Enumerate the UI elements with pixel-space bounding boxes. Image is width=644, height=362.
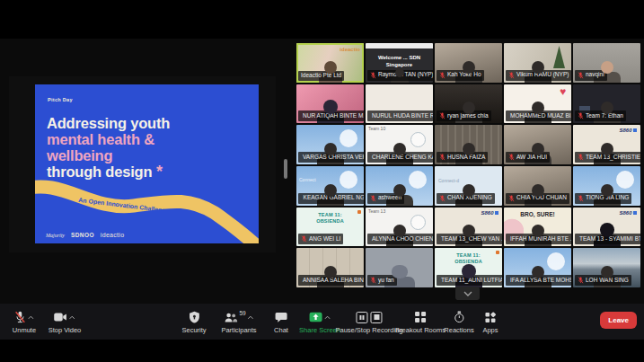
- toolbar-item-label: Reactions: [444, 326, 473, 334]
- tile-overlay-text: TEAM 11:OBSIENDA: [435, 252, 502, 265]
- mic-muted-icon: [301, 195, 302, 202]
- video-tile-yu-fan[interactable]: yu fan: [366, 248, 433, 287]
- shared-screen-scrollbar-thumb[interactable]: [284, 159, 287, 179]
- toolbar-chat-button[interactable]: Chat: [274, 311, 288, 334]
- toolbar-share-screen-button[interactable]: Share Screen: [299, 311, 340, 334]
- video-tile-charlene-cheng-ka[interactable]: Team 10CHARLENE CHENG KA...: [366, 125, 433, 164]
- toolbar-item-label: Unmute: [13, 326, 36, 334]
- participant-name-label: ryan james chia: [437, 110, 491, 121]
- mic-muted-icon: [370, 195, 376, 202]
- video-tile-team-13-chew-yan[interactable]: S860TEAM 13_CHEW YAN ...: [435, 207, 502, 247]
- video-tile-nurul-huda-binte-r[interactable]: NURUL HUDA BINTE R...: [366, 84, 433, 124]
- tile-overlay-text: BRO, SURE!: [504, 211, 571, 218]
- participant-name-label: Kah Yoke Ho: [437, 70, 484, 81]
- video-tile-team-7-ethan[interactable]: Team 7: Ethan: [573, 84, 640, 124]
- mic-muted-icon: [439, 112, 446, 119]
- video-tile-tiong-jia-ling[interactable]: TIONG JIA LING: [573, 166, 640, 206]
- slide-title-line: wellbeing: [47, 147, 170, 163]
- participant-name-label: CHAN XUENING: [437, 193, 495, 204]
- mic-muted-icon: [578, 154, 584, 161]
- video-tile-team-11-auni-lutfia[interactable]: TEAM 11:OBSIENDATEAM 11_AUNI LUTFIA...: [435, 248, 502, 287]
- video-tile-vikum-ramu-nyp[interactable]: Vikum RAMU (NYP): [504, 43, 571, 83]
- tile-corner-text: Connect-d: [438, 179, 459, 183]
- participant-name-label: VARGAS CHRISTA VER...: [298, 152, 364, 163]
- tile-logo: S860: [481, 210, 498, 216]
- mic-muted-icon: [578, 72, 584, 79]
- video-tile-kah-yoke-ho[interactable]: Kah Yoke Ho: [435, 43, 502, 83]
- video-tile-ifa-allysa-bte-mohs[interactable]: IFA ALLYSA BTE MOHS...: [504, 248, 571, 287]
- mic-muted-icon: [14, 311, 26, 323]
- chevron-down-icon: [463, 291, 472, 296]
- tile-logo: S860: [619, 210, 637, 216]
- video-tile-chan-xuening[interactable]: Connect-dCHAN XUENING: [435, 166, 502, 206]
- tile-corner-text: Team 10: [368, 127, 385, 131]
- video-tile-nur-atiqah-binte-m[interactable]: NUR ATIQAH BINTE M...: [296, 84, 364, 124]
- meeting-toolbar: Leave UnmuteStop VideoSecurity59Particip…: [0, 304, 644, 340]
- toolbar-item-label: Stop Video: [49, 326, 82, 334]
- video-tile-annisaa-saleha-bin[interactable]: ANNISAA SALEHA BIN...: [296, 248, 364, 287]
- video-tile-ang-wei-li[interactable]: TEAM 11:OBSIENDAANG WEI LI: [296, 207, 364, 247]
- video-tile-raymond-tan-nyp[interactable]: Welcome ... SDNSingaporeRaymond TAN (NYP…: [366, 43, 433, 83]
- participant-name-label: AW JIA HUI: [506, 152, 550, 163]
- participants-count-badge: 59: [239, 310, 245, 316]
- toolbar-apps-button[interactable]: Apps: [482, 311, 498, 334]
- mic-muted-icon: [370, 277, 376, 284]
- participant-name-label: TIONG JIA LING: [575, 193, 631, 204]
- video-tile-team-13-christie[interactable]: S860TEAM 13_CHRISTIE: [573, 125, 640, 164]
- video-tile-aw-jia-hui[interactable]: AW JIA HUI: [504, 125, 571, 164]
- mic-muted-icon: [508, 72, 515, 79]
- gallery-next-page-button[interactable]: [455, 287, 480, 300]
- video-tile-loh-wan-sing[interactable]: LOH WAN SING: [573, 248, 640, 287]
- slide-title: Addressing youthmental health &wellbeing…: [47, 115, 170, 180]
- toolbar-item-label: Chat: [274, 326, 288, 334]
- pause-stop-recording-icon: [357, 312, 383, 323]
- participant-name-label: IFFAH MUNIRAH BTE ...: [506, 234, 571, 244]
- participant-name-label: Team 7: Ethan: [575, 110, 626, 121]
- video-tile-navqini[interactable]: navqini: [573, 43, 640, 83]
- video-tile-ashween[interactable]: ashween: [366, 166, 433, 206]
- video-tile-iffah-munirah-bte[interactable]: BRO, SURE!IFFAH MUNIRAH BTE ...: [504, 207, 571, 247]
- video-tile-chia-you-chuan[interactable]: CHIA YOU CHUAN: [504, 166, 571, 206]
- toolbar-unmute-button[interactable]: Unmute: [13, 311, 36, 334]
- chevron-up-icon: [28, 315, 34, 320]
- video-tile-alynna-choo-chien[interactable]: Team 13ALYNNA CHOO CHIEN...: [366, 207, 433, 247]
- video-tile-keagan-gabriel-ng[interactable]: ConnectKEAGAN GABRIEL NG: [296, 166, 364, 206]
- video-tile-team-13-syamimi-bt[interactable]: S860TEAM 13 - SYAMIMI BT...: [573, 207, 640, 247]
- mic-muted-icon: [578, 195, 584, 202]
- participant-name-label: NURUL HUDA BINTE R...: [367, 110, 433, 121]
- participants-icon: [224, 312, 237, 323]
- toolbar-pause-stop-recording-button[interactable]: Pause/Stop Recording: [335, 311, 402, 334]
- mic-muted-icon: [508, 195, 515, 202]
- toolbar-item-label: Apps: [482, 326, 498, 334]
- toolbar-item-label: Share Screen: [299, 326, 340, 334]
- video-tile-husna-faiza[interactable]: HUSNA FAIZA: [435, 125, 502, 164]
- tile-corner-text: Connect: [299, 178, 316, 182]
- apps-icon: [484, 312, 496, 323]
- participant-name-label: CHIA YOU CHUAN: [506, 193, 569, 204]
- participant-name-label: TEAM 13_CHEW YAN ...: [437, 234, 502, 244]
- video-tile-mohammed-muaz-bi[interactable]: MOHAMMED MUAZ BI...: [504, 84, 571, 124]
- slide-kicker: Pitch Day: [48, 97, 73, 102]
- video-tile-vargas-christa-ver[interactable]: VARGAS CHRISTA VER...: [296, 125, 364, 164]
- toolbar-item-label: Security: [181, 326, 206, 334]
- video-tile-ryan-james-chia[interactable]: ryan james chia: [435, 84, 502, 124]
- video-tile-ideactio-pte-ltd[interactable]: ideactioIdeactio Pte Ltd: [296, 43, 364, 83]
- shield-icon: [188, 311, 200, 323]
- leave-button[interactable]: Leave: [600, 312, 637, 329]
- slide-title-line: Addressing youth: [47, 115, 170, 131]
- breakout-rooms-icon: [415, 312, 426, 322]
- participant-name-label: Vikum RAMU (NYP): [506, 70, 571, 81]
- toolbar-breakout-rooms-button[interactable]: Breakout Rooms: [395, 311, 446, 334]
- chat-icon: [275, 312, 287, 323]
- mic-muted-icon: [439, 195, 446, 202]
- tile-corner-text: ideactio: [340, 47, 360, 52]
- participant-name-label: yu fan: [367, 275, 397, 286]
- presentation-slide: Pitch Day Addressing youthmental health …: [35, 84, 259, 243]
- toolbar-stop-video-button[interactable]: Stop Video: [49, 311, 82, 334]
- slide-logos: MajuritySDNOOideactio: [46, 232, 124, 238]
- toolbar-participants-button[interactable]: 59Participants: [221, 311, 256, 334]
- reactions-icon: [453, 311, 465, 323]
- toolbar-reactions-button[interactable]: Reactions: [444, 311, 473, 334]
- toolbar-security-button[interactable]: Security: [181, 311, 206, 334]
- participant-name-label: HUSNA FAIZA: [437, 152, 488, 163]
